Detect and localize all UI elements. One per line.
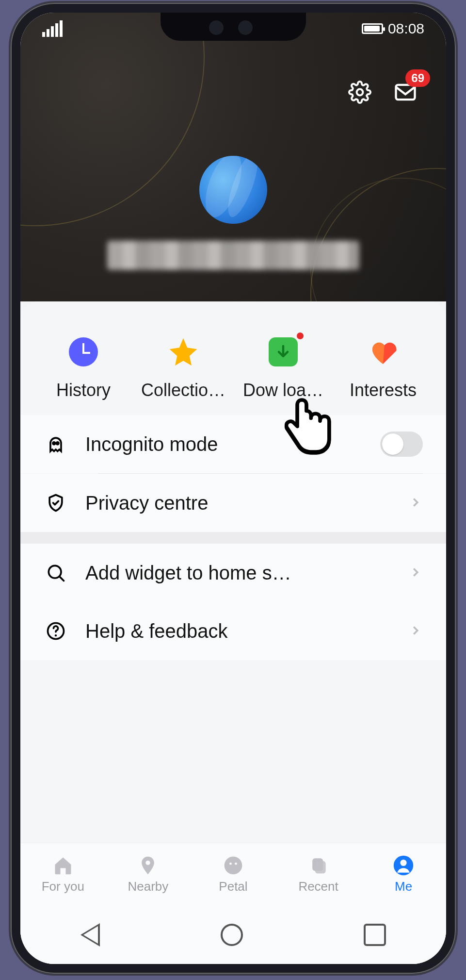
svg-point-6 bbox=[55, 634, 57, 636]
android-nav-bar bbox=[20, 906, 446, 964]
privacy-label: Privacy centre bbox=[85, 492, 391, 514]
tab-nearby-label: Nearby bbox=[128, 879, 168, 894]
tab-recent-label: Recent bbox=[298, 879, 338, 894]
quick-history[interactable]: History bbox=[35, 335, 132, 400]
gear-icon bbox=[348, 81, 371, 104]
nav-recent-button[interactable] bbox=[364, 924, 386, 946]
question-icon bbox=[44, 619, 68, 643]
username-redacted bbox=[107, 241, 359, 270]
tab-foryou-label: For you bbox=[42, 879, 84, 894]
quick-collections[interactable]: Collectio… bbox=[135, 335, 232, 400]
status-time: 08:08 bbox=[388, 20, 424, 37]
svg-point-7 bbox=[146, 861, 150, 865]
home-icon bbox=[52, 855, 74, 876]
nav-home-button[interactable] bbox=[221, 924, 243, 946]
svg-point-14 bbox=[401, 860, 407, 866]
chevron-right-icon bbox=[408, 620, 423, 642]
screen: 08:08 69 bbox=[20, 13, 446, 964]
search-icon bbox=[44, 561, 68, 585]
shield-check-icon bbox=[44, 491, 68, 515]
tab-nearby[interactable]: Nearby bbox=[109, 855, 187, 894]
chevron-right-icon bbox=[408, 562, 423, 584]
phone-frame: 08:08 69 bbox=[11, 3, 456, 974]
widget-label: Add widget to home s… bbox=[85, 562, 391, 584]
row-incognito[interactable]: Incognito mode bbox=[20, 415, 446, 473]
tab-me[interactable]: Me bbox=[365, 855, 442, 894]
svg-point-2 bbox=[53, 442, 55, 445]
tab-petal-label: Petal bbox=[219, 879, 247, 894]
person-icon bbox=[393, 855, 414, 876]
quick-interests[interactable]: Interests bbox=[335, 335, 432, 400]
svg-point-9 bbox=[229, 863, 232, 865]
svg-point-8 bbox=[225, 857, 242, 875]
chevron-right-icon bbox=[408, 492, 423, 514]
downloads-dot-indicator bbox=[297, 332, 304, 339]
tab-me-label: Me bbox=[395, 879, 412, 894]
avatar[interactable] bbox=[199, 156, 267, 224]
battery-icon bbox=[362, 23, 383, 34]
svg-point-3 bbox=[56, 442, 59, 445]
incognito-switch[interactable] bbox=[380, 432, 423, 457]
quick-history-label: History bbox=[56, 380, 111, 400]
nav-back-button[interactable] bbox=[80, 923, 100, 947]
row-add-widget[interactable]: Add widget to home s… bbox=[20, 544, 446, 602]
quick-interests-label: Interests bbox=[350, 380, 417, 400]
heart-icon bbox=[367, 336, 399, 368]
help-label: Help & feedback bbox=[85, 620, 391, 642]
star-icon bbox=[167, 335, 200, 369]
messages-button[interactable]: 69 bbox=[391, 78, 419, 106]
notch bbox=[161, 13, 306, 41]
tab-petal[interactable]: Petal bbox=[194, 855, 272, 894]
stack-icon bbox=[308, 855, 329, 876]
main-card: History Collectio… bbox=[20, 301, 446, 964]
ghost-icon bbox=[44, 432, 68, 456]
signal-icon bbox=[42, 20, 63, 37]
row-privacy[interactable]: Privacy centre bbox=[20, 474, 446, 532]
settings-list: Incognito mode Privacy centre bbox=[20, 415, 446, 660]
tab-recent[interactable]: Recent bbox=[280, 855, 357, 894]
svg-point-4 bbox=[48, 565, 61, 578]
clock-icon bbox=[69, 337, 98, 366]
cursor-hand-icon bbox=[276, 395, 335, 463]
download-icon bbox=[269, 337, 298, 366]
svg-rect-12 bbox=[315, 861, 325, 874]
svg-point-0 bbox=[357, 89, 363, 96]
messages-badge: 69 bbox=[405, 69, 430, 87]
settings-button[interactable] bbox=[346, 78, 374, 106]
bottom-tab-bar: For you Nearby Petal bbox=[20, 843, 446, 906]
profile-header: 69 bbox=[20, 13, 446, 301]
quick-downloads[interactable]: Dow loa… bbox=[235, 335, 332, 400]
svg-rect-1 bbox=[396, 85, 415, 100]
pin-icon bbox=[137, 855, 159, 876]
row-help[interactable]: Help & feedback bbox=[20, 602, 446, 660]
svg-point-10 bbox=[235, 863, 237, 865]
quick-actions-row: History Collectio… bbox=[20, 301, 446, 415]
quick-collections-label: Collectio… bbox=[141, 380, 225, 400]
face-icon bbox=[223, 855, 244, 876]
tab-foryou[interactable]: For you bbox=[24, 855, 102, 894]
